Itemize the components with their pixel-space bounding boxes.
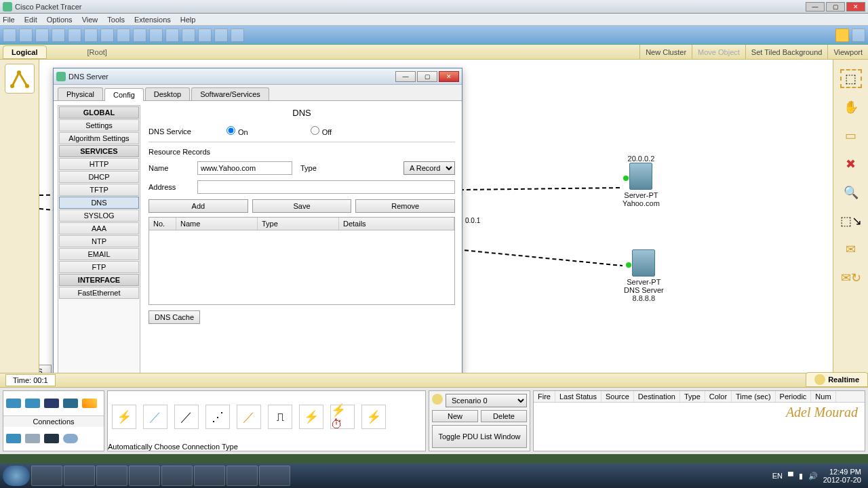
tool-copy-icon[interactable] [84,28,98,42]
tray-lang[interactable]: EN [772,472,783,480]
dns-cache-button[interactable]: DNS Cache [149,310,200,324]
conn-console-icon[interactable]: ／ [143,405,167,429]
task-app1[interactable] [96,466,127,486]
device-dns[interactable]: Server-PT DNS Server 8.8.8.8 [624,249,664,302]
tool-info-icon[interactable] [835,28,849,42]
sidebar-item-tftp[interactable]: TFTP [59,184,139,196]
dialog-maximize-button[interactable]: ▢ [417,71,437,82]
tab-desktop[interactable]: Desktop [145,87,190,100]
enddevice-icon[interactable] [6,434,21,443]
remove-button[interactable]: Remove [355,199,455,213]
task-explorer[interactable] [31,466,62,486]
inspect-tool-icon[interactable]: 🔍 [840,183,862,202]
sidebar-item-dhcp[interactable]: DHCP [59,171,139,183]
complex-pdu-icon[interactable]: ✉↻ [840,268,862,287]
router-icon[interactable] [6,399,21,408]
minimize-button[interactable]: — [806,2,825,12]
pdu-list[interactable]: Fire Last Status Source Destination Type… [533,390,865,451]
tool-draw-icon[interactable] [198,28,212,42]
device-yahoo[interactable]: 20.0.0.2 Server-PT Yahoo.com [623,155,660,207]
tab-physical[interactable]: Physical [58,87,103,100]
sidebar-item-fastethernet[interactable]: FastEthernet [59,287,139,299]
start-button[interactable] [3,466,30,486]
toggle-pdu-button[interactable]: Toggle PDU List Window [432,425,527,448]
tool-wizard-icon[interactable] [68,28,81,42]
sidebar-item-settings[interactable]: Settings [59,119,139,131]
name-input[interactable] [197,161,292,175]
dialog-close-button[interactable]: ✕ [439,71,459,82]
tool-save-icon[interactable] [35,28,49,42]
task-packettracer[interactable] [226,466,258,486]
close-button[interactable]: ✕ [846,2,865,12]
sidebar-item-ntp[interactable]: NTP [59,235,139,247]
connections-icon[interactable] [82,399,97,408]
menu-view[interactable]: View [82,16,98,24]
wan-icon[interactable] [25,434,40,443]
sidebar-item-http[interactable]: HTTP [59,158,139,170]
tool-paste-icon[interactable] [100,28,114,42]
dialog-minimize-button[interactable]: — [395,71,416,82]
menu-help[interactable]: Help [180,16,196,24]
dialog-titlebar[interactable]: DNS Server — ▢ ✕ [54,68,462,85]
scenario-delete-button[interactable]: Delete [481,410,527,422]
switch-icon[interactable] [25,399,40,408]
conn-auto-icon[interactable]: ⚡ [112,405,136,429]
hand-tool-icon[interactable]: ✋ [840,98,862,117]
tab-config[interactable]: Config [104,88,144,101]
address-input[interactable] [197,180,455,194]
realtime-tab[interactable]: Realtime [806,372,868,387]
conn-serial-dte-icon[interactable]: ⚡ [361,405,386,429]
menu-extensions[interactable]: Extensions [134,16,171,24]
task-app2[interactable] [129,466,160,486]
sidebar-item-ftp[interactable]: FTP [59,261,139,273]
breadcrumb[interactable]: [Root] [47,48,640,56]
wireless-icon[interactable] [63,399,78,408]
task-opera[interactable] [64,466,95,486]
sidebar-item-dns[interactable]: DNS [59,197,139,209]
sidebar-item-algorithm[interactable]: Algorithm Settings [59,132,139,144]
tool-custom-icon[interactable] [231,28,244,42]
maximize-button[interactable]: ▢ [826,2,845,12]
conn-serial-dce-icon[interactable]: ⚡⏱ [330,405,355,429]
menu-options[interactable]: Options [47,16,73,24]
menu-edit[interactable]: Edit [24,16,37,24]
tool-zoomreset-icon[interactable] [182,28,195,42]
task-app4[interactable] [194,466,225,486]
tool-print-icon[interactable] [52,28,65,42]
tab-software[interactable]: Software/Services [191,87,269,100]
new-cluster-button[interactable]: New Cluster [639,45,692,59]
add-button[interactable]: Add [149,199,248,213]
select-tool-icon[interactable]: ⬚ [840,69,862,88]
multiuser-icon[interactable] [63,434,78,443]
dns-off-radio[interactable] [311,126,319,135]
scenario-new-button[interactable]: New [432,410,478,422]
system-tray[interactable]: EN ▀ ▮ 🔊 12:49 PM 2012-07-20 [772,468,865,484]
sidebar-item-syslog[interactable]: SYSLOG [59,209,139,222]
tool-open-icon[interactable] [19,28,33,42]
tray-flag-icon[interactable]: ▀ [788,472,793,480]
conn-cross-icon[interactable]: ⋰ [205,405,230,429]
delete-tool-icon[interactable]: ✖ [840,155,862,174]
simple-pdu-icon[interactable]: ✉ [840,240,862,259]
dns-on-radio[interactable] [226,126,235,135]
tray-network-icon[interactable]: ▮ [799,472,803,481]
tool-palette-icon[interactable] [214,28,228,42]
viewport-button[interactable]: Viewport [827,45,868,59]
set-tiled-bg-button[interactable]: Set Tiled Background [745,45,828,59]
tray-sound-icon[interactable]: 🔊 [808,472,818,481]
resize-tool-icon[interactable]: ⬚↘ [840,211,862,230]
logical-tab[interactable]: Logical [3,45,47,59]
custom-icon[interactable] [44,434,59,443]
scenario-select[interactable]: Scenario 0 [446,394,527,407]
type-select[interactable]: A Record [403,161,455,175]
task-app5[interactable] [259,466,290,486]
menu-file[interactable]: File [3,16,15,24]
records-table[interactable]: No. Name Type Details [149,217,455,305]
tool-zoomin-icon[interactable] [149,28,163,42]
conn-straight-icon[interactable]: ／ [174,405,199,429]
task-app3[interactable] [161,466,193,486]
navigation-icon[interactable] [5,64,35,94]
conn-fiber-icon[interactable]: ／ [237,405,261,429]
conn-coax-icon[interactable]: ⚡ [299,405,323,429]
tool-redo-icon[interactable] [133,28,146,42]
